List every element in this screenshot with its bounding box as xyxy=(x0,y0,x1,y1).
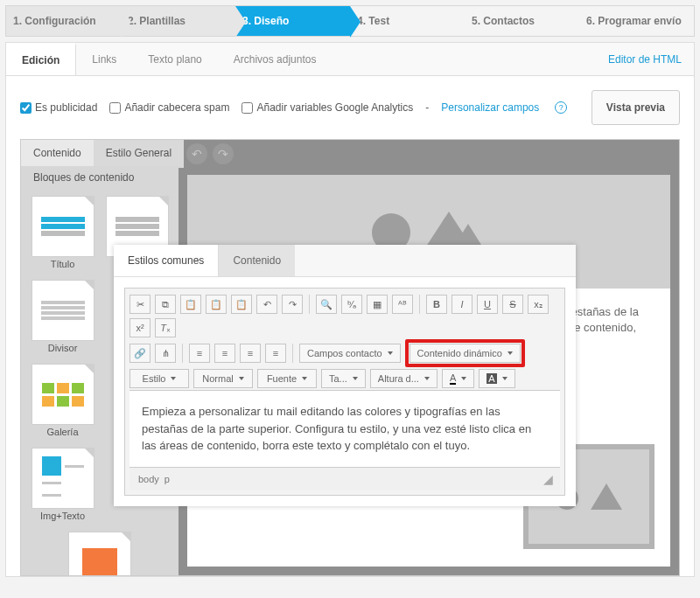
paste-text-icon[interactable]: 📋 xyxy=(206,295,227,314)
content-editor-modal: Estilos comunes Contenido ✂ ⧉ 📋 📋 📋 ↶ ↷ … xyxy=(114,245,576,506)
undo-editor-icon[interactable]: ↶ xyxy=(256,295,277,314)
dropdown-contenido-dinamico[interactable]: Contenido dinámico xyxy=(410,344,521,363)
dropdown-estilo[interactable]: Estilo xyxy=(130,369,189,388)
checkbox-ga[interactable]: Añadir variables Google Analytics xyxy=(242,101,413,114)
path-body[interactable]: body xyxy=(138,474,159,484)
checkbox-spam[interactable]: Añadir cabecera spam xyxy=(109,101,229,114)
checkbox-publicidad-input[interactable] xyxy=(20,102,32,114)
paste-icon[interactable]: 📋 xyxy=(180,295,201,314)
italic-icon[interactable]: I xyxy=(452,295,472,314)
builder-tab-contenido[interactable]: Contenido xyxy=(21,140,94,168)
dropdown-fuente[interactable]: Fuente xyxy=(257,369,317,388)
spellcheck-icon[interactable]: ᴬᴮ xyxy=(392,295,413,314)
block-titulo-label: Título xyxy=(32,259,94,269)
link-personalizar-campos[interactable]: Personalizar campos xyxy=(441,101,539,114)
tab-edicion[interactable]: Edición xyxy=(6,43,76,75)
replace-icon[interactable]: ᵇ⁄ₐ xyxy=(341,295,362,314)
block-galeria-label: Galería xyxy=(32,427,94,437)
checkbox-spam-label: Añadir cabecera spam xyxy=(124,101,229,114)
redo-editor-icon[interactable]: ↷ xyxy=(282,295,303,314)
builder-tab-estilo[interactable]: Estilo General xyxy=(94,140,184,168)
blocks-header: Bloques de contenido xyxy=(21,166,178,189)
wizard-steps: 1. Configuración 2. Plantillas 3. Diseño… xyxy=(5,5,695,37)
modal-tab-estilos[interactable]: Estilos comunes xyxy=(114,245,219,276)
cut-icon[interactable]: ✂ xyxy=(130,295,150,314)
copy-icon[interactable]: ⧉ xyxy=(155,295,176,314)
undo-icon[interactable]: ↶ xyxy=(186,143,207,164)
align-center-icon[interactable]: ≡ xyxy=(214,344,235,363)
step-plantillas[interactable]: 2. Plantillas xyxy=(121,6,235,36)
step-contactos[interactable]: 5. Contactos xyxy=(465,6,579,36)
step-programar[interactable]: 6. Programar envío xyxy=(579,6,694,36)
block-galeria[interactable] xyxy=(32,364,94,425)
dropdown-paragraph[interactable]: Normal xyxy=(193,369,253,388)
bold-icon[interactable]: B xyxy=(426,295,447,314)
help-icon[interactable]: ? xyxy=(555,101,567,114)
builder-tabs: Contenido Estilo General ↶ ↷ xyxy=(21,140,679,168)
link-icon[interactable]: 🔗 xyxy=(130,344,150,363)
checkbox-ga-label: Añadir variables Google Analytics xyxy=(256,101,413,114)
tab-archivos[interactable]: Archivos adjuntos xyxy=(218,45,332,74)
selectall-icon[interactable]: ▦ xyxy=(367,295,388,314)
checkbox-publicidad[interactable]: Es publicidad xyxy=(20,101,97,114)
subscript-icon[interactable]: x₂ xyxy=(528,295,549,314)
step-test[interactable]: 4. Test xyxy=(350,6,465,36)
editor-footer: body p ◢ xyxy=(130,467,560,490)
strike-icon[interactable]: S xyxy=(502,295,523,314)
step-configuracion[interactable]: 1. Configuración xyxy=(6,6,121,36)
block-orange[interactable] xyxy=(68,532,131,576)
editor-tabs: Edición Links Texto plano Archivos adjun… xyxy=(6,43,694,76)
resize-handle-icon[interactable]: ◢ xyxy=(543,472,551,486)
paste-word-icon[interactable]: 📋 xyxy=(231,295,252,314)
editor-toolbar: ✂ ⧉ 📋 📋 📋 ↶ ↷ 🔍 ᵇ⁄ₐ ▦ ᴬᴮ B I U S x₂ x² T… xyxy=(124,288,565,496)
find-icon[interactable]: 🔍 xyxy=(316,295,337,314)
block-imgtext[interactable] xyxy=(32,448,94,509)
block-imgtext-label: Img+Texto xyxy=(32,511,94,521)
checkbox-spam-input[interactable] xyxy=(109,102,121,114)
block-divisor[interactable] xyxy=(32,280,94,341)
highlight-contenido-dinamico: Contenido dinámico xyxy=(405,339,525,367)
removeformat-icon[interactable]: Tₓ xyxy=(155,318,176,337)
tab-texto-plano[interactable]: Texto plano xyxy=(132,45,217,74)
rich-text-area[interactable]: Empieza a personalizar tu mail editando … xyxy=(130,390,560,467)
checkbox-publicidad-label: Es publicidad xyxy=(35,101,97,114)
modal-tab-contenido[interactable]: Contenido xyxy=(219,245,295,276)
dropdown-textcolor[interactable]: A xyxy=(442,369,474,388)
dropdown-campos-contacto[interactable]: Campos contacto xyxy=(299,344,401,363)
superscript-icon[interactable]: x² xyxy=(130,318,150,337)
dropdown-bgcolor[interactable]: A xyxy=(479,369,514,388)
dropdown-lineheight[interactable]: Altura d... xyxy=(370,369,438,388)
align-right-icon[interactable]: ≡ xyxy=(240,344,261,363)
underline-icon[interactable]: U xyxy=(477,295,498,314)
redo-icon[interactable]: ↷ xyxy=(213,143,234,164)
checkbox-ga-input[interactable] xyxy=(242,102,253,114)
unlink-icon[interactable]: ⋔ xyxy=(155,344,176,363)
link-editor-html[interactable]: Editor de HTML xyxy=(608,53,694,66)
dropdown-size[interactable]: Ta... xyxy=(321,369,366,388)
align-left-icon[interactable]: ≡ xyxy=(189,344,210,363)
block-titulo[interactable] xyxy=(32,196,94,257)
preview-button[interactable]: Vista previa xyxy=(592,90,680,125)
align-justify-icon[interactable]: ≡ xyxy=(265,344,286,363)
options-row: Es publicidad Añadir cabecera spam Añadi… xyxy=(6,76,694,139)
block-divisor-label: Divisor xyxy=(32,343,94,353)
step-diseno[interactable]: 3. Diseño xyxy=(235,6,350,36)
tab-links[interactable]: Links xyxy=(76,45,132,74)
path-p[interactable]: p xyxy=(164,474,170,484)
